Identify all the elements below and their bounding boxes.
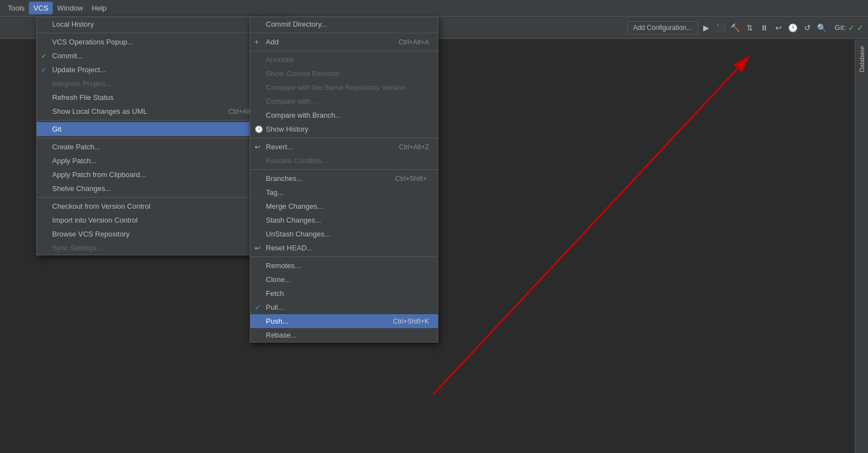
git-pull[interactable]: ✓ Pull... bbox=[250, 300, 438, 314]
git-stash-changes-label: Stash Changes... bbox=[266, 216, 321, 224]
git-compare-with-label: Compare with... bbox=[266, 97, 316, 105]
git-push-label: Push... bbox=[266, 317, 288, 325]
menu-commit[interactable]: ✓ Commit... Ctrl+K bbox=[37, 49, 285, 63]
git-clone-label: Clone... bbox=[266, 275, 291, 284]
git-add[interactable]: + Add Ctrl+Alt+A bbox=[250, 35, 438, 49]
menu-shelve-changes[interactable]: Shelve Changes... bbox=[37, 182, 285, 195]
git-revert[interactable]: ↩ Revert... Ctrl+Alt+Z bbox=[250, 140, 438, 154]
git-compare-with-branch[interactable]: Compare with Branch... bbox=[250, 108, 438, 122]
menu-local-history[interactable]: Local History bbox=[37, 17, 285, 31]
create-patch-label: Create Patch... bbox=[52, 143, 100, 151]
menu-git[interactable]: Git bbox=[37, 122, 285, 136]
git-sep-2 bbox=[250, 138, 438, 138]
history-icon[interactable]: 🕐 bbox=[787, 22, 799, 34]
git-sep-0 bbox=[250, 33, 438, 33]
git-reset-head-icon: ↩ bbox=[255, 244, 260, 252]
rollback-icon[interactable]: ↩ bbox=[773, 22, 785, 34]
git-compare-same-repo: Compare with the Same Repository Version bbox=[250, 80, 438, 94]
git-clone[interactable]: Clone... bbox=[250, 273, 438, 286]
git-add-shortcut: Ctrl+Alt+A bbox=[387, 38, 429, 46]
menu-help[interactable]: Help bbox=[87, 2, 111, 14]
git-push[interactable]: Push... Ctrl+Shift+K bbox=[250, 314, 438, 328]
git-unstash-changes[interactable]: UnStash Changes... bbox=[250, 227, 438, 241]
git-label: Git: bbox=[835, 23, 846, 32]
checkout-vcs-label: Checkout from Version Control bbox=[52, 202, 150, 210]
git-commit-directory[interactable]: Commit Directory... bbox=[250, 17, 438, 31]
git-remotes-label: Remotes... bbox=[266, 261, 301, 270]
menu-vcs[interactable]: VCS bbox=[29, 2, 53, 14]
git-remotes[interactable]: Remotes... bbox=[250, 259, 438, 273]
sidebar-right: Database bbox=[855, 39, 868, 453]
separator-4 bbox=[37, 197, 285, 198]
git-branches[interactable]: Branches... Ctrl+Shift+` bbox=[250, 172, 438, 185]
menu-apply-patch[interactable]: Apply Patch... bbox=[37, 154, 285, 168]
build-icon[interactable]: 🔨 bbox=[729, 22, 741, 34]
svg-line-1 bbox=[433, 56, 749, 395]
git-branches-label: Branches... bbox=[266, 174, 302, 183]
git-show-current-revision-label: Show Current Revision bbox=[266, 69, 340, 78]
git-submenu: Commit Directory... + Add Ctrl+Alt+A Ann… bbox=[250, 17, 438, 343]
menu-create-patch[interactable]: Create Patch... bbox=[37, 140, 285, 154]
git-pull-check-icon: ✓ bbox=[255, 304, 260, 311]
update-check-icon: ✓ bbox=[41, 66, 47, 74]
database-panel-label[interactable]: Database bbox=[859, 46, 865, 72]
git-annotate: Annotate bbox=[250, 53, 438, 67]
git-merge-changes-label: Merge Changes... bbox=[266, 202, 323, 210]
menu-bar: Tools VCS Window Help bbox=[0, 0, 868, 17]
import-vcs-label: Import into Version Control bbox=[52, 216, 138, 224]
update-icon[interactable]: ⇅ bbox=[744, 22, 756, 34]
git-check2-icon: ✓ bbox=[857, 23, 864, 32]
git-show-history[interactable]: 🕐 Show History bbox=[250, 122, 438, 136]
menu-sync-settings: Sync Settings... bbox=[37, 241, 285, 255]
pause-icon[interactable]: ⏸ bbox=[758, 22, 770, 34]
git-revert-shortcut: Ctrl+Alt+Z bbox=[388, 143, 429, 151]
stop-icon[interactable]: ⬛ bbox=[715, 22, 727, 34]
git-branches-shortcut: Ctrl+Shift+` bbox=[384, 175, 429, 183]
local-history-label: Local History bbox=[52, 20, 94, 28]
update-project-label: Update Project... bbox=[52, 66, 106, 74]
git-history-icon: 🕐 bbox=[255, 125, 263, 133]
menu-vcs-operations-popup[interactable]: VCS Operations Popup... Alt+` bbox=[37, 35, 285, 49]
run-icon[interactable]: ▶ bbox=[700, 22, 713, 34]
commit-check-icon: ✓ bbox=[41, 52, 47, 60]
git-unstash-changes-label: UnStash Changes... bbox=[266, 230, 330, 238]
menu-checkout-vcs[interactable]: Checkout from Version Control bbox=[37, 199, 285, 213]
git-merge-changes[interactable]: Merge Changes... bbox=[250, 199, 438, 213]
git-sep-4 bbox=[250, 256, 438, 257]
menu-window[interactable]: Window bbox=[53, 2, 87, 14]
menu-integrate-project: Integrate Project... bbox=[37, 77, 285, 90]
shelve-changes-label: Shelve Changes... bbox=[52, 184, 111, 193]
integrate-project-label: Integrate Project... bbox=[52, 79, 111, 88]
git-rebase[interactable]: Rebase... bbox=[250, 328, 438, 342]
git-show-current-revision: Show Current Revision bbox=[250, 67, 438, 80]
git-annotate-label: Annotate bbox=[266, 56, 295, 64]
undo-icon[interactable]: ↺ bbox=[801, 22, 814, 34]
menu-browse-vcs[interactable]: Browse VCS Repository bbox=[37, 227, 285, 241]
menu-update-project[interactable]: ✓ Update Project... Ctrl+T bbox=[37, 63, 285, 77]
separator-3 bbox=[37, 138, 285, 138]
git-revert-icon: ↩ bbox=[255, 143, 260, 151]
search-icon[interactable]: 🔍 bbox=[816, 22, 828, 34]
apply-patch-label: Apply Patch... bbox=[52, 157, 97, 165]
menu-refresh-file-status[interactable]: Refresh File Status bbox=[37, 90, 285, 104]
apply-patch-clipboard-label: Apply Patch from Clipboard... bbox=[52, 170, 146, 179]
git-compare-with: Compare with... bbox=[250, 94, 438, 108]
git-reset-head[interactable]: ↩ Reset HEAD... bbox=[250, 241, 438, 255]
git-check1-icon: ✓ bbox=[848, 23, 855, 32]
menu-tools[interactable]: Tools bbox=[3, 2, 29, 14]
git-resolve-conflicts-label: Resolve Conflicts... bbox=[266, 157, 327, 165]
menu-apply-patch-clipboard[interactable]: Apply Patch from Clipboard... bbox=[37, 168, 285, 182]
git-tag-label: Tag... bbox=[266, 188, 284, 197]
add-configuration-button[interactable]: Add Configuration... bbox=[627, 21, 698, 34]
git-stash-changes[interactable]: Stash Changes... bbox=[250, 213, 438, 227]
menu-import-vcs[interactable]: Import into Version Control bbox=[37, 213, 285, 227]
browse-vcs-label: Browse VCS Repository bbox=[52, 230, 129, 238]
git-push-shortcut: Ctrl+Shift+K bbox=[382, 318, 429, 325]
vcs-operations-label: VCS Operations Popup... bbox=[52, 38, 133, 46]
git-sep-3 bbox=[250, 169, 438, 170]
git-tag[interactable]: Tag... bbox=[250, 185, 438, 199]
git-fetch[interactable]: Fetch bbox=[250, 286, 438, 300]
git-fetch-label: Fetch bbox=[266, 289, 284, 298]
menu-show-local-changes-uml[interactable]: Show Local Changes as UML Ctrl+Alt+Shift… bbox=[37, 104, 285, 118]
sync-settings-label: Sync Settings... bbox=[52, 244, 102, 252]
